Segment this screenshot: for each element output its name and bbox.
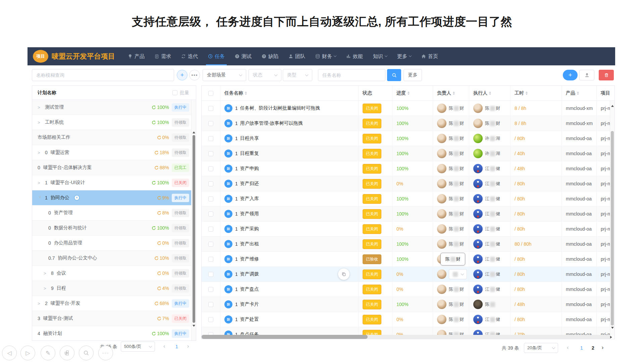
table-column-header[interactable]: 任务名称 (220, 86, 359, 101)
table-row[interactable]: 1 资产出租 已关闭 100% 陈财 江健 (202, 237, 610, 252)
expand-arrow-icon[interactable]: > (44, 286, 48, 291)
table-row[interactable]: 1 资产卡片 已关闭 100% 陈财 陈 (202, 297, 610, 312)
nav-item[interactable]: 团队 (288, 47, 305, 65)
table-column-header[interactable]: 产品 (562, 86, 597, 101)
row-checkbox[interactable] (208, 227, 213, 232)
task-name[interactable]: 资产盘点 (240, 286, 259, 292)
sort-icon[interactable] (245, 90, 247, 96)
task-name[interactable]: 资产维修 (240, 256, 259, 262)
plan-tree-row[interactable]: 0 资产管理 8% 待领取 (32, 205, 196, 221)
row-checkbox[interactable] (208, 166, 213, 171)
footer-button[interactable]: ✎ (41, 346, 55, 360)
plan-tree-row[interactable]: 0 数据分析与统计 100% 待领取 (32, 221, 196, 236)
table-column-header[interactable]: 进度 (392, 86, 433, 101)
row-checkbox[interactable] (208, 302, 213, 307)
expand-arrow-icon[interactable]: > (38, 301, 42, 306)
task-prev-page-button[interactable]: ‹ (567, 345, 569, 351)
table-column-header[interactable]: 项目 (597, 86, 610, 101)
expand-arrow-icon[interactable]: > (38, 180, 42, 185)
row-checkbox[interactable] (208, 121, 213, 126)
row-checkbox[interactable] (208, 151, 213, 156)
table-row[interactable]: 1 资产归还 已关闭 0% 陈财 江健 (202, 176, 610, 191)
scrollbar-thumb[interactable] (611, 131, 614, 325)
scrollbar-thumb[interactable] (193, 135, 195, 323)
row-checkbox[interactable] (208, 272, 213, 277)
search-button[interactable] (387, 69, 401, 81)
task-name[interactable]: 资产出租 (240, 241, 259, 247)
table-row[interactable]: 1 资产入库 已关闭 100% 陈财 江健 (202, 191, 610, 206)
footer-button[interactable] (79, 346, 94, 360)
upload-button[interactable] (579, 70, 594, 80)
sort-icon[interactable] (408, 90, 410, 96)
table-row[interactable]: 1 任务树、阶段计划树批量编辑时可拖拽 已关闭 100% 陈财 陈财 (202, 101, 610, 116)
table-row[interactable]: 1 资产盘点 已关闭 0% 陈财 江健 (202, 282, 610, 297)
table-horizontal-scrollbar[interactable] (202, 335, 610, 339)
task-name[interactable]: 资产申购 (240, 166, 259, 172)
table-row[interactable]: 1 盘点任务 已关闭 0% 陈财 江健 (202, 327, 610, 336)
task-name[interactable]: 用户故事管理-故事树可以拖拽 (240, 120, 303, 126)
expand-arrow-icon[interactable]: > (38, 105, 42, 110)
plan-tree-row[interactable]: > 9 日程 4% 待领取 (32, 281, 196, 296)
task-name[interactable]: 日程重复 (240, 150, 259, 157)
nav-item[interactable]: 产品 (128, 47, 145, 65)
expand-arrow-icon[interactable]: > (44, 271, 48, 276)
table-vertical-scrollbar[interactable] (610, 101, 614, 336)
table-row[interactable]: 1 资产申购 已关闭 100% 陈财 江健 (202, 161, 610, 176)
plan-tree-row[interactable]: > 1 协同办公 × 9% 执行中 (32, 190, 196, 205)
locate-icon[interactable]: × (74, 195, 79, 200)
sort-icon[interactable] (489, 90, 491, 96)
select-all-checkbox[interactable] (208, 91, 213, 96)
task-name[interactable]: 任务树、阶段计划树批量编辑时可拖拽 (240, 105, 320, 111)
task-page-2[interactable]: 2 (589, 345, 597, 351)
sort-icon[interactable] (577, 90, 579, 96)
footer-button[interactable]: ◁ (2, 346, 17, 360)
add-task-button[interactable]: + (563, 70, 578, 80)
row-checkbox[interactable] (208, 181, 213, 186)
task-name[interactable]: 日程共享 (240, 135, 259, 141)
task-name[interactable]: 资产采购 (240, 226, 259, 232)
task-next-page-button[interactable]: › (602, 345, 603, 351)
table-column-header[interactable]: 负责人 (433, 86, 469, 101)
plan-more-button[interactable]: ●●● (189, 70, 200, 80)
task-page-size-select[interactable]: 20条/页 (524, 343, 558, 353)
table-column-header[interactable]: 工时 (511, 86, 562, 101)
sort-icon[interactable] (453, 90, 455, 96)
plan-tree-row[interactable]: > 2 唛盟平台-开发 68% 执行中 (32, 296, 196, 311)
nav-item[interactable]: 财务 (315, 47, 336, 65)
task-name[interactable]: 资产入库 (240, 196, 259, 202)
sort-icon[interactable] (526, 90, 528, 96)
plan-tree-row[interactable]: > 测试管理 100% 执行中 (32, 100, 196, 115)
table-row[interactable]: 1 资产采购 已关闭 0% 陈财 江健 (202, 222, 610, 237)
add-plan-button[interactable]: + (177, 70, 187, 80)
task-name-input[interactable] (318, 69, 385, 81)
plan-tree-row[interactable]: 4 融资计划 100% 执行中 (32, 326, 196, 341)
plan-tree-row[interactable]: 0.7 协同办公-公文中心 10% 待领取 (32, 251, 196, 266)
scrollbar-thumb[interactable] (202, 335, 368, 339)
table-row[interactable]: 1 资产维修 已验收 100% 陈财 江健 (202, 252, 610, 267)
plan-tree-row[interactable]: > 8 会议 0% 待领取 (32, 266, 196, 281)
expand-arrow-icon[interactable]: > (38, 150, 42, 155)
owner-select[interactable] (449, 269, 467, 279)
delete-button[interactable] (599, 70, 614, 80)
nav-item[interactable]: 需求 (155, 47, 171, 65)
table-row[interactable]: 1 日程共享 已关闭 100% 陈财 许湖 (202, 131, 610, 146)
footer-button[interactable]: ○○○ (98, 346, 113, 360)
table-row[interactable]: 1 日程重复 已关闭 100% 陈财 许湖 (202, 146, 610, 161)
plan-tree-row[interactable]: 0 办公用品管理 0% 待领取 (32, 236, 196, 251)
plan-tree-row[interactable]: > 工时系统 100% 待领取 (32, 115, 196, 130)
task-name[interactable]: 资产领用 (240, 211, 259, 217)
plan-tree-row[interactable]: > 1 唛盟平台-UI设计 100% 已关闭 (32, 175, 196, 190)
table-row[interactable]: 1 资产领用 已关闭 100% 陈财 江健 (202, 206, 610, 222)
row-checkbox[interactable] (208, 136, 213, 141)
nav-item[interactable]: 首页 (421, 47, 438, 65)
plan-prev-page-button[interactable]: ‹ (163, 343, 165, 349)
nav-item[interactable]: 迭代 (181, 47, 198, 65)
table-row[interactable]: 1 资产处置 已关闭 0% 陈财 江健 (202, 312, 610, 327)
nav-item[interactable]: 更多 (397, 47, 411, 65)
nav-item[interactable]: 任务 (208, 47, 225, 65)
nav-item[interactable]: ? 缺陷 (262, 47, 278, 65)
plan-tree-row[interactable]: 市场部相关工作 0% 待领取 (32, 130, 196, 145)
filter-more-button[interactable]: 更多 (404, 69, 422, 81)
table-column-header[interactable]: 执行人 (469, 86, 511, 101)
plan-tree-row[interactable]: 0 唛盟平台-总体解决方案 88% 已完工 (32, 160, 196, 175)
